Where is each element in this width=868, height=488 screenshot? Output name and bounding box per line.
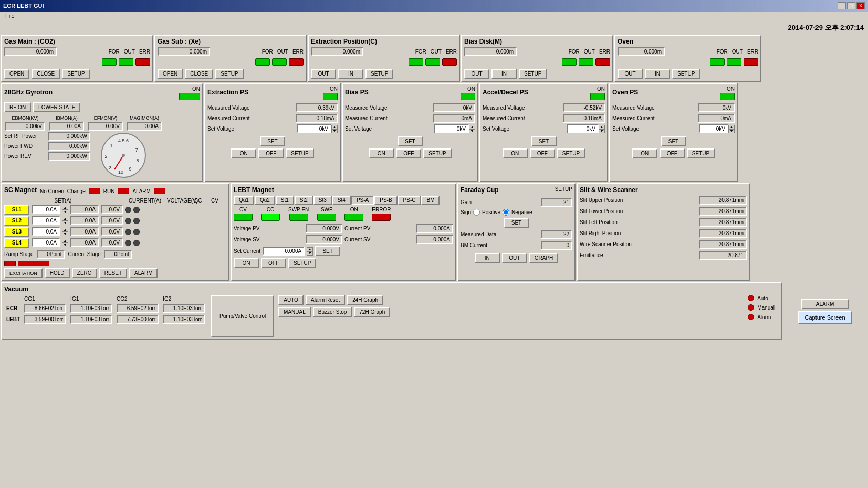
- lebt-set-current-value[interactable]: 0.000A: [263, 247, 305, 256]
- reset-button[interactable]: RESET: [99, 268, 127, 278]
- gyrotron-rfon-button[interactable]: RF ON: [4, 102, 31, 112]
- sl3-set-spinner[interactable]: ▲ ▼: [62, 228, 68, 236]
- lebt-on-button[interactable]: ON: [234, 258, 259, 268]
- sl4-button[interactable]: SL4: [4, 238, 29, 248]
- accel-ps-setup-button[interactable]: SETUP: [557, 148, 585, 158]
- bias-ps-off-button[interactable]: OFF: [396, 148, 421, 158]
- accel-ps-sv-spinner[interactable]: ▲ ▼: [599, 125, 605, 133]
- extraction-pos-setup-button[interactable]: SETUP: [365, 69, 393, 79]
- oven-ps-sv-down[interactable]: ▼: [728, 129, 735, 133]
- faraday-sign-negative-radio[interactable]: [503, 209, 509, 216]
- 72h-graph-button[interactable]: 72H Graph: [354, 307, 390, 317]
- extraction-ps-off-button[interactable]: OFF: [258, 148, 284, 158]
- tab-ps-c[interactable]: PS-C: [398, 196, 421, 205]
- sl3-set-value[interactable]: 0.0A: [32, 227, 60, 236]
- bias-ps-on-button[interactable]: ON: [369, 148, 394, 158]
- sl1-set-spinner[interactable]: ▲ ▼: [62, 206, 68, 214]
- tab-st4[interactable]: St4: [332, 196, 351, 205]
- excitation-button[interactable]: EXCITATION: [4, 268, 43, 278]
- accel-ps-sv-value[interactable]: 0kV: [567, 124, 599, 133]
- sl2-set-value[interactable]: 0.0A: [32, 216, 60, 225]
- bias-disk-out-button[interactable]: OUT: [464, 69, 489, 79]
- extraction-ps-set-button[interactable]: SET: [260, 136, 285, 146]
- oven-ps-sv-spinner[interactable]: ▲ ▼: [728, 125, 735, 133]
- bias-ps-setup-button[interactable]: SETUP: [423, 148, 451, 158]
- close-button[interactable]: X: [856, 2, 865, 9]
- tab-qu2[interactable]: Qu2: [255, 196, 275, 205]
- maximize-button[interactable]: □: [847, 2, 855, 9]
- sl2-button[interactable]: SL2: [4, 216, 29, 226]
- extraction-ps-setup-button[interactable]: SETUP: [286, 148, 313, 158]
- capture-screen-button[interactable]: Capture Screen: [798, 311, 851, 324]
- oven-ps-off-button[interactable]: OFF: [660, 148, 685, 158]
- accel-ps-set-button[interactable]: SET: [531, 136, 557, 146]
- oven-in-button[interactable]: IN: [645, 69, 670, 79]
- 24h-graph-button[interactable]: 24H Graph: [347, 295, 383, 305]
- faraday-set-button[interactable]: SET: [504, 218, 529, 228]
- bias-ps-sv-up[interactable]: ▲: [469, 125, 475, 129]
- bias-disk-in-button[interactable]: IN: [491, 69, 517, 79]
- extraction-ps-sv-up[interactable]: ▲: [331, 125, 338, 129]
- sl1-set-value[interactable]: 0.0A: [32, 205, 60, 214]
- tab-st1[interactable]: St1: [276, 196, 294, 205]
- sl1-button[interactable]: SL1: [4, 205, 29, 215]
- oven-ps-setup-button[interactable]: SETUP: [687, 148, 715, 158]
- minimize-button[interactable]: _: [838, 2, 846, 9]
- gas-sub-open-button[interactable]: OPEN: [158, 69, 183, 79]
- bias-ps-sv-spinner[interactable]: ▲ ▼: [469, 125, 475, 133]
- alarm-reset-button[interactable]: Alarm Reset: [306, 295, 345, 305]
- extraction-ps-sv-value[interactable]: 0kV: [297, 124, 331, 133]
- zero-button[interactable]: ZERO: [72, 268, 97, 278]
- accel-ps-off-button[interactable]: OFF: [530, 148, 555, 158]
- accel-ps-on-button[interactable]: ON: [503, 148, 528, 158]
- bias-ps-set-button[interactable]: SET: [398, 136, 423, 146]
- vacuum-manual-button[interactable]: MANUAL: [278, 307, 311, 317]
- extraction-ps-sv-spinner[interactable]: ▲ ▼: [331, 125, 338, 133]
- lebt-off-button[interactable]: OFF: [261, 258, 286, 268]
- extraction-ps-on-button[interactable]: ON: [231, 148, 256, 158]
- hold-button[interactable]: HOLD: [45, 268, 70, 278]
- sl2-set-spinner[interactable]: ▲ ▼: [62, 217, 68, 225]
- tab-st2[interactable]: St2: [295, 196, 313, 205]
- oven-setup-button[interactable]: SETUP: [672, 69, 700, 79]
- gas-sub-setup-button[interactable]: SETUP: [215, 69, 243, 79]
- faraday-out-button[interactable]: OUT: [502, 253, 527, 263]
- lebt-set-button[interactable]: SET: [315, 246, 340, 256]
- oven-ps-set-button[interactable]: SET: [661, 136, 686, 146]
- sl4-set-spinner[interactable]: ▲ ▼: [62, 239, 68, 247]
- oven-out-button[interactable]: OUT: [618, 69, 643, 79]
- tab-ps-b[interactable]: PS-B: [374, 196, 397, 205]
- buzzer-stop-button[interactable]: Buzzer Stop: [313, 307, 352, 317]
- extraction-pos-out-button[interactable]: OUT: [311, 69, 336, 79]
- accel-ps-sv-down[interactable]: ▼: [599, 129, 605, 133]
- faraday-sign-positive-radio[interactable]: [473, 209, 480, 216]
- extraction-ps-sv-down[interactable]: ▼: [331, 129, 338, 133]
- alarm-button[interactable]: ALARM: [801, 299, 849, 309]
- oven-ps-on-button[interactable]: ON: [632, 148, 657, 158]
- lebt-set-current-spinner[interactable]: ▲ ▼: [307, 247, 313, 256]
- file-menu[interactable]: File: [2, 12, 18, 20]
- oven-ps-sv-up[interactable]: ▲: [728, 125, 735, 129]
- bias-disk-setup-button[interactable]: SETUP: [519, 69, 547, 79]
- faraday-in-button[interactable]: IN: [475, 253, 500, 263]
- faraday-graph-button[interactable]: GRAPH: [529, 253, 559, 263]
- bias-ps-sv-down[interactable]: ▼: [469, 129, 475, 133]
- oven-ps-sv-value[interactable]: 0kV: [699, 124, 728, 133]
- gas-main-open-button[interactable]: OPEN: [4, 69, 29, 79]
- sc-alarm-button[interactable]: ALARM: [129, 268, 158, 278]
- gas-sub-close-button[interactable]: CLOSE: [185, 69, 213, 79]
- extraction-pos-in-button[interactable]: IN: [338, 69, 363, 79]
- gyrotron-lower-state-button[interactable]: LOWER STATE: [33, 102, 80, 112]
- vacuum-auto-button[interactable]: AUTO: [278, 295, 304, 305]
- sl4-set-value[interactable]: 0.0A: [32, 238, 60, 247]
- sl3-button[interactable]: SL3: [4, 227, 29, 237]
- tab-bm[interactable]: BM: [421, 196, 440, 205]
- gas-main-setup-button[interactable]: SETUP: [62, 69, 90, 79]
- tab-qu1[interactable]: Qu1: [234, 196, 254, 205]
- tab-ps-a[interactable]: PS-A: [351, 196, 374, 205]
- lebt-setup-button[interactable]: SETUP: [288, 258, 316, 268]
- bias-ps-sv-value[interactable]: 0kV: [434, 124, 469, 133]
- tab-st3[interactable]: St3: [313, 196, 332, 205]
- accel-ps-sv-up[interactable]: ▲: [599, 125, 605, 129]
- gas-main-close-button[interactable]: CLOSE: [32, 69, 60, 79]
